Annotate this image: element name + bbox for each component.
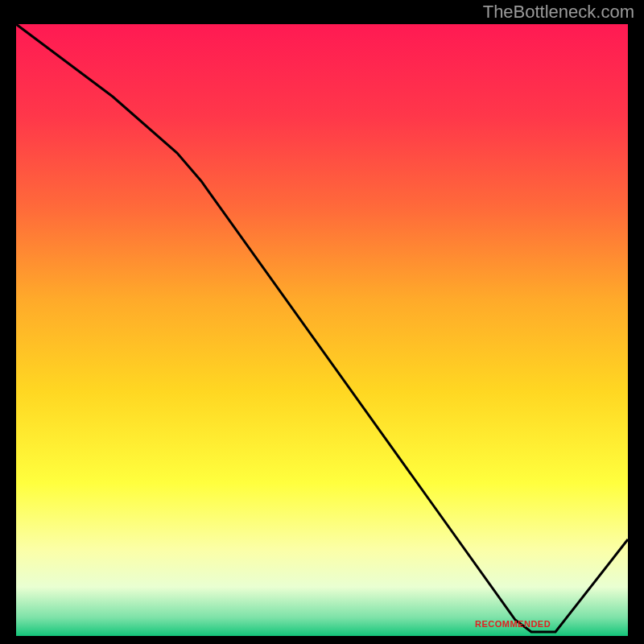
gradient-background [16,24,628,636]
watermark-text: TheBottleneck.com [483,2,634,23]
recommended-marker-label: RECOMMENDED [475,619,551,629]
chart-frame: RECOMMENDED [16,24,628,636]
bottleneck-chart [16,24,628,636]
